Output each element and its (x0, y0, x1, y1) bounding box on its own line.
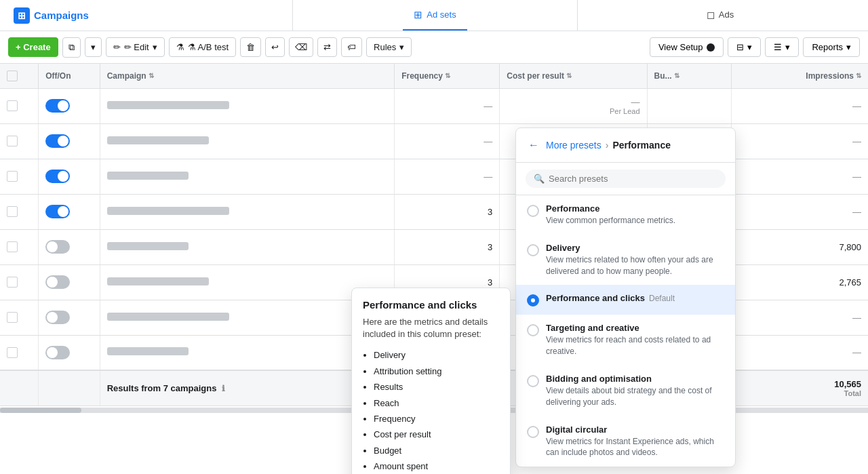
toggle-switch[interactable] (45, 275, 70, 289)
toggle-switch[interactable] (45, 99, 70, 113)
ab-icon: ⚗ (176, 42, 184, 52)
row-checkbox[interactable] (7, 241, 18, 252)
view-setup-dot (707, 43, 715, 52)
budget-sort-icon: ⇅ (674, 72, 679, 79)
toggle-switch[interactable] (45, 311, 70, 324)
select-all-checkbox[interactable] (7, 71, 18, 81)
preset-item-performance-clicks[interactable]: Performance and clicks Default (516, 285, 735, 315)
footer-impressions-sub: Total (738, 389, 861, 397)
create-button[interactable]: + Create (8, 37, 58, 57)
toggle-switch[interactable] (45, 240, 70, 254)
preset-desc-digital: View metrics for Instant Experience ads,… (546, 436, 724, 459)
back-arrow-icon: ← (528, 139, 539, 151)
frequency-cell: — (395, 123, 500, 159)
budget-cell (647, 88, 731, 123)
preset-item-digital[interactable]: Digital circular View metrics for Instan… (516, 416, 735, 467)
impressions-cell: — (731, 300, 868, 335)
breakdown-dropdown-icon: ▾ (785, 42, 790, 52)
brand: ⊞ Campaigns (14, 7, 89, 24)
preset-item-performance[interactable]: Performance View common performance metr… (516, 195, 735, 235)
undo-button[interactable]: ↩ (265, 37, 285, 57)
impressions-cell: — (731, 88, 868, 123)
preset-item-delivery[interactable]: Delivery View metrics related to how oft… (516, 235, 735, 285)
impressions-header[interactable]: Impressions ⇅ (731, 64, 868, 88)
edit-dropdown-icon: ▾ (153, 42, 157, 52)
row-checkbox[interactable] (7, 100, 18, 111)
dropdown-button[interactable]: ▾ (85, 37, 102, 57)
tag-button[interactable]: 🏷 (341, 37, 362, 57)
row-checkbox[interactable] (7, 347, 18, 358)
columns-button[interactable]: ⊟ ▾ (728, 37, 761, 57)
preset-desc-bidding: View details about bid strategy and the … (546, 385, 724, 408)
main-content: Off/On Campaign ⇅ Frequency ⇅ (0, 64, 868, 474)
table-row: — —Per Lead — (0, 123, 868, 159)
preset-info-digital: Digital circular View metrics for Instan… (546, 424, 724, 459)
duplicate-button[interactable]: ⧉ (62, 37, 81, 58)
frequency-header[interactable]: Frequency ⇅ (395, 64, 500, 88)
preset-item-targeting[interactable]: Targeting and creative View metrics for … (516, 315, 735, 366)
brand-icon: ⊞ (14, 7, 30, 24)
delete-button[interactable]: ⌫ (289, 37, 313, 57)
list-item: Reach (374, 395, 499, 411)
archive-button[interactable]: 🗑 (240, 37, 261, 57)
copy-button[interactable]: ⇄ (317, 37, 337, 57)
table-row: 3 1.58Per Lead — (0, 194, 868, 229)
preset-radio-delivery (527, 244, 539, 256)
tab-adsets[interactable]: ⊞ Ad sets (403, 0, 467, 31)
impressions-cell: 2,765 (731, 264, 868, 300)
preset-radio-digital (527, 426, 539, 438)
panel-back-button[interactable]: ← (527, 138, 540, 153)
ab-label: ⚗ A/B test (188, 42, 229, 52)
toolbar: + Create ⧉ ▾ ✏ ✏ Edit ▾ ⚗ ⚗ A/B test 🗑 ↩… (0, 31, 868, 64)
search-icon: 🔍 (534, 174, 545, 184)
preset-info-delivery: Delivery View metrics related to how oft… (546, 243, 724, 277)
scrollbar-thumb[interactable] (0, 408, 81, 413)
breakdown-button[interactable]: ☰ ▾ (765, 37, 799, 57)
tab-ads[interactable]: ◻ Ads (696, 0, 745, 31)
toggle-switch[interactable] (45, 346, 70, 359)
edit-button[interactable]: ✏ ✏ Edit ▾ (106, 37, 165, 57)
toggle-switch[interactable] (45, 170, 70, 183)
edit-label: ✏ Edit (124, 42, 149, 52)
row-checkbox[interactable] (7, 277, 18, 288)
impressions-cell: — (731, 159, 868, 194)
preset-item-bidding[interactable]: Bidding and optimisation View details ab… (516, 366, 735, 416)
list-item: Amount spent (374, 458, 499, 474)
panel-header: ← More presets › Performance (516, 128, 735, 163)
preset-name-performance: Performance (546, 203, 724, 214)
preset-info-performance-clicks: Performance and clicks Default (546, 293, 724, 303)
cost-col-label: Cost per result (507, 71, 564, 81)
row-checkbox[interactable] (7, 136, 18, 146)
search-input[interactable] (549, 174, 717, 184)
campaign-header[interactable]: Campaign ⇅ (100, 64, 395, 88)
preset-info-performance: Performance View common performance metr… (546, 203, 724, 226)
reports-button[interactable]: Reports ▾ (803, 37, 860, 57)
toggle-switch[interactable] (45, 134, 70, 148)
footer-impressions: 10,565 Total (731, 370, 868, 406)
cost-header[interactable]: Cost per result ⇅ (500, 64, 647, 88)
campaign-col-label: Campaign (107, 71, 146, 81)
rules-dropdown-icon: ▾ (399, 42, 404, 52)
campaigns-nav: ⊞ Campaigns (8, 0, 293, 31)
view-setup-button[interactable]: View Setup (650, 37, 724, 57)
campaign-name (107, 207, 229, 215)
row-checkbox[interactable] (7, 206, 18, 217)
campaign-name (107, 277, 209, 285)
columns-dropdown-icon: ▾ (747, 42, 752, 52)
ab-test-button[interactable]: ⚗ ⚗ A/B test (169, 37, 236, 57)
rules-button[interactable]: Rules ▾ (366, 37, 412, 57)
table-row: — —Per Lead — (0, 159, 868, 194)
row-checkbox[interactable] (7, 312, 18, 323)
ads-nav: ◻ Ads (578, 0, 863, 31)
row-checkbox[interactable] (7, 171, 18, 182)
preset-name-delivery: Delivery (546, 243, 724, 253)
frequency-col-label: Frequency (401, 71, 443, 81)
toggle-switch[interactable] (45, 205, 70, 218)
impressions-col-label: Impressions (806, 71, 854, 81)
breadcrumb-parent[interactable]: More presets (546, 140, 601, 151)
campaign-name (107, 101, 229, 109)
select-all-header (0, 64, 39, 88)
tooltip-subtitle: Here are the metrics and details include… (363, 316, 499, 340)
adsets-nav: ⊞ Ad sets (293, 0, 578, 31)
budget-header[interactable]: Bu... ⇅ (647, 64, 731, 88)
